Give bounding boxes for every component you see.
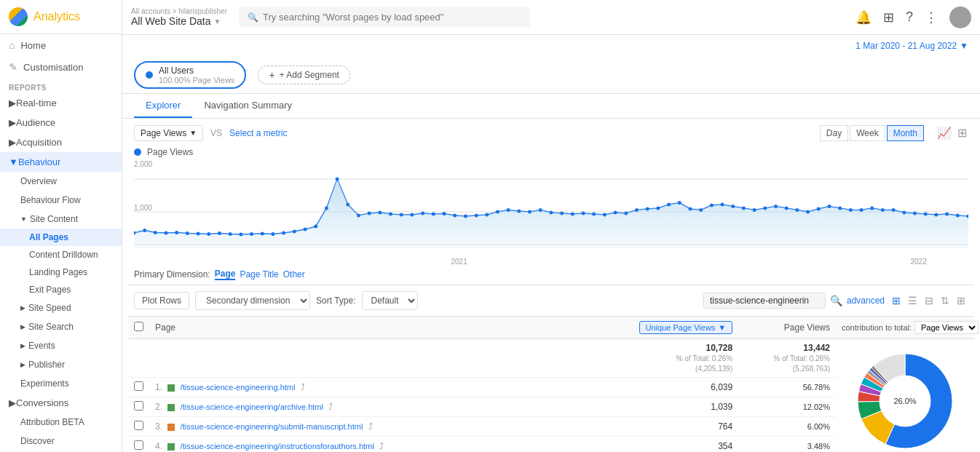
export-icon[interactable]: ⤴ bbox=[368, 421, 373, 432]
svg-point-69 bbox=[828, 205, 831, 208]
svg-point-76 bbox=[902, 211, 906, 215]
sidebar-sub-publisher[interactable]: ▶ Publisher bbox=[0, 355, 122, 374]
compare-view-icon[interactable]: ⇅ bbox=[938, 293, 952, 308]
export-icon[interactable]: ⤴ bbox=[379, 441, 384, 451]
chevron-right-icon: ▶ bbox=[20, 342, 25, 349]
time-btn-month[interactable]: Month bbox=[887, 125, 924, 141]
sort-type-select[interactable]: Default bbox=[362, 291, 418, 310]
list-view-icon[interactable]: ☰ bbox=[905, 293, 920, 308]
unique-pv-column-header[interactable]: Unique Page Views ▼ bbox=[631, 317, 738, 339]
sidebar-sub-discover[interactable]: Discover bbox=[0, 432, 122, 451]
apps-icon[interactable]: ⊞ bbox=[883, 9, 894, 25]
time-btn-day[interactable]: Day bbox=[820, 125, 848, 141]
svg-point-10 bbox=[197, 232, 200, 236]
notifications-icon[interactable]: 🔔 bbox=[855, 9, 872, 25]
page-link[interactable]: /tissue-science-engineering/instructions… bbox=[181, 442, 374, 451]
sidebar-sub-experiments[interactable]: Experiments bbox=[0, 374, 122, 393]
table-row: 4. /tissue-science-engineering/instructi… bbox=[128, 437, 836, 453]
sidebar-item-realtime[interactable]: ▶ Real-time bbox=[0, 93, 122, 113]
conversions-label: Conversions bbox=[16, 397, 68, 408]
plot-rows-button[interactable]: Plot Rows bbox=[134, 292, 189, 309]
sidebar-item-home[interactable]: ⌂ Home bbox=[0, 34, 122, 56]
sidebar-sub-landing-pages[interactable]: Landing Pages bbox=[0, 263, 122, 281]
search-filter-input[interactable] bbox=[703, 293, 826, 309]
total-unique-pv: 10,728 % of Total: 0.26% (4,205,139) bbox=[631, 339, 738, 378]
sidebar-sub-events[interactable]: ▶ Events bbox=[0, 336, 122, 355]
sidebar-sub-site-speed[interactable]: ▶ Site Speed bbox=[0, 298, 122, 317]
sidebar-sub-overview[interactable]: Overview bbox=[0, 172, 122, 191]
sidebar-item-behaviour[interactable]: ▼ Behaviour bbox=[0, 152, 122, 172]
row-checkbox[interactable] bbox=[134, 401, 143, 411]
sidebar-sub-behaviour-flow[interactable]: Behaviour Flow bbox=[0, 191, 122, 210]
chart-controls: Page Views ▼ VS Select a metric Day Week… bbox=[122, 119, 980, 147]
data-table: Page Unique Page Views ▼ Page Views bbox=[128, 316, 836, 452]
row-number: 4. bbox=[155, 441, 162, 451]
date-range-bar[interactable]: 1 Mar 2020 - 21 Aug 2022 ▼ bbox=[122, 35, 980, 57]
export-icon[interactable]: ⤴ bbox=[301, 382, 305, 392]
settings-view-icon[interactable]: ⊞ bbox=[954, 293, 968, 308]
sidebar-sub-site-content[interactable]: ▼ Site Content bbox=[0, 210, 122, 229]
sidebar-item-conversions[interactable]: ▶ Conversions bbox=[0, 393, 122, 413]
sidebar-sub-content-drilldown[interactable]: Content Drilldown bbox=[0, 246, 122, 263]
svg-point-81 bbox=[956, 214, 960, 218]
grid-view-icon[interactable]: ⊞ bbox=[889, 293, 904, 308]
svg-point-38 bbox=[496, 210, 499, 214]
search-input[interactable] bbox=[263, 12, 521, 23]
search-filter-icon[interactable]: 🔍 bbox=[830, 295, 842, 306]
sidebar-header: Analytics bbox=[0, 0, 122, 34]
line-chart-icon[interactable]: 📈 bbox=[936, 124, 953, 141]
sidebar-sub-exit-pages[interactable]: Exit Pages bbox=[0, 281, 122, 298]
sidebar-item-customisation[interactable]: ✎ Customisation bbox=[0, 56, 122, 78]
sidebar-sub-attribution[interactable]: Attribution BETA bbox=[0, 413, 122, 432]
table-chart-icon[interactable]: ⊞ bbox=[956, 124, 968, 141]
advanced-link[interactable]: advanced bbox=[847, 296, 885, 306]
select-all-checkbox[interactable] bbox=[134, 322, 143, 331]
dim-page-title-link[interactable]: Page Title bbox=[240, 269, 278, 279]
svg-point-25 bbox=[357, 214, 360, 218]
unique-pv-cell: 764 bbox=[631, 417, 738, 437]
user-avatar[interactable] bbox=[949, 7, 971, 28]
svg-point-45 bbox=[571, 213, 574, 216]
dim-page-link[interactable]: Page bbox=[215, 269, 236, 280]
search-box[interactable]: 🔍 bbox=[239, 7, 530, 27]
row-checkbox[interactable] bbox=[134, 421, 143, 430]
secondary-dimension-select[interactable]: Secondary dimension bbox=[195, 291, 310, 310]
page-link[interactable]: /tissue-science-engineering/submit-manus… bbox=[181, 422, 363, 431]
breadcrumb-property[interactable]: All Web Site Data ▼ bbox=[131, 15, 227, 27]
page-link[interactable]: /tissue-science-engineering.html bbox=[181, 383, 296, 392]
dim-other-link[interactable]: Other bbox=[283, 269, 305, 279]
svg-point-18 bbox=[282, 231, 285, 235]
pivot-view-icon[interactable]: ⊟ bbox=[922, 293, 936, 308]
svg-point-8 bbox=[175, 231, 178, 234]
chevron-right-icon: ▶ bbox=[20, 304, 25, 312]
time-btn-week[interactable]: Week bbox=[850, 125, 885, 141]
overview-label: Overview bbox=[20, 176, 57, 186]
segments-bar: All Users 100.00% Page Views + + Add Seg… bbox=[122, 57, 980, 94]
contribution-select[interactable]: Page Views bbox=[914, 321, 979, 334]
metric-select[interactable]: Page Views ▼ bbox=[134, 125, 203, 141]
view-buttons: ⊞ ☰ ⊟ ⇅ ⊞ bbox=[889, 293, 968, 308]
unique-pv-btn[interactable]: Unique Page Views ▼ bbox=[639, 321, 733, 334]
tab-explorer[interactable]: Explorer bbox=[134, 94, 192, 118]
page-link[interactable]: /tissue-science-engineering/archive.html bbox=[181, 403, 323, 411]
svg-point-20 bbox=[304, 228, 307, 231]
select-metric-link[interactable]: Select a metric bbox=[229, 128, 287, 138]
help-icon[interactable]: ? bbox=[906, 9, 913, 25]
more-options-icon[interactable]: ⋮ bbox=[925, 9, 938, 25]
row-checkbox[interactable] bbox=[134, 440, 143, 450]
svg-point-7 bbox=[165, 231, 168, 235]
tab-navigation-summary[interactable]: Navigation Summary bbox=[192, 94, 304, 118]
sidebar-item-audience[interactable]: ▶ Audience bbox=[0, 113, 122, 132]
table-controls: Plot Rows Secondary dimension Sort Type:… bbox=[128, 285, 974, 316]
row-number: 2. bbox=[155, 402, 162, 412]
add-segment-button[interactable]: + + Add Segment bbox=[258, 66, 350, 84]
sidebar-item-acquisition[interactable]: ▶ Acquisition bbox=[0, 132, 122, 152]
pv-pct-cell: 3.48% bbox=[738, 437, 836, 453]
sidebar-sub-all-pages[interactable]: All Pages bbox=[0, 229, 122, 246]
row-checkbox[interactable] bbox=[134, 381, 143, 391]
sidebar-sub-site-search[interactable]: ▶ Site Search bbox=[0, 317, 122, 336]
all-users-segment[interactable]: All Users 100.00% Page Views bbox=[134, 61, 246, 89]
date-range-text: 1 Mar 2020 - 21 Aug 2022 bbox=[855, 41, 957, 51]
export-icon[interactable]: ⤴ bbox=[328, 402, 333, 412]
exit-pages-label: Exit Pages bbox=[29, 285, 71, 295]
